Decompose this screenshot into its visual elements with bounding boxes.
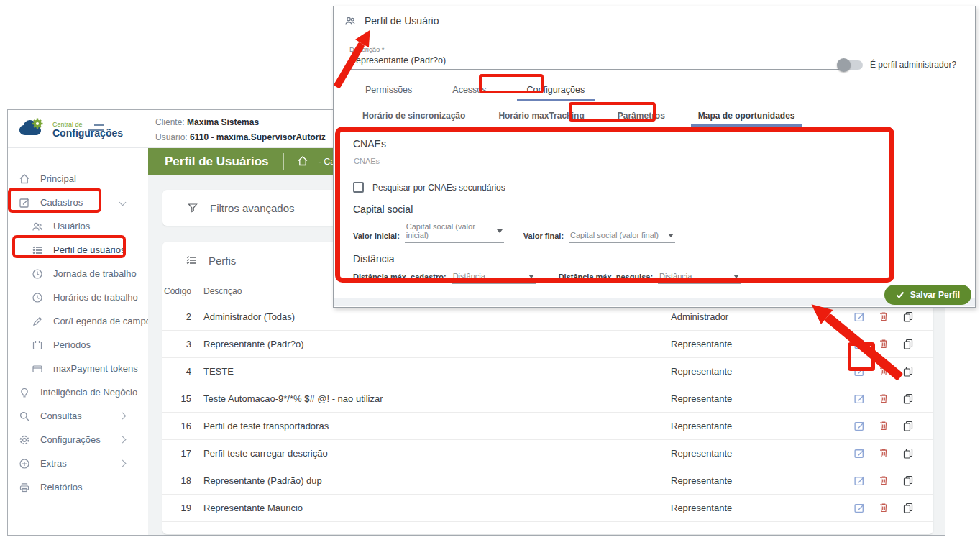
- copy-icon[interactable]: [896, 502, 920, 514]
- sidebar-item-inteligencia-de-negocio[interactable]: Inteligência de Negócio: [8, 380, 148, 404]
- dist-cadastro-select[interactable]: Distância: [452, 272, 536, 284]
- subtab-horario-sincronizacao[interactable]: Horário de sincronização: [355, 106, 472, 127]
- edit-icon[interactable]: [847, 311, 871, 323]
- description-field[interactable]: Descrição * Representante (Padr?o): [349, 45, 844, 70]
- edit-icon[interactable]: [847, 365, 871, 377]
- checkbox[interactable]: [353, 182, 364, 193]
- copy-icon[interactable]: [896, 393, 920, 405]
- sidebar-item-cor-legenda[interactable]: Cor/Legenda de campos: [8, 309, 148, 333]
- sidebar-item-label: Principal: [40, 173, 76, 184]
- dist-pesquisa-select[interactable]: Distância: [658, 272, 741, 284]
- sidebar-item-cadastros[interactable]: Cadastros: [8, 191, 148, 214]
- dialog-title: Perfil de Usuário: [365, 15, 439, 27]
- sidebar-item-jornada-de-trabalho[interactable]: Jornada de trabalho: [8, 262, 148, 285]
- dropdown-caret-icon: [528, 275, 534, 278]
- copy-icon[interactable]: [896, 365, 920, 377]
- sidebar-item-relatorios[interactable]: Relatórios: [8, 475, 148, 499]
- admin-toggle-switch[interactable]: [838, 60, 863, 70]
- save-profile-button[interactable]: Salvar Perfil: [884, 285, 971, 305]
- sidebar-item-configuracoes[interactable]: Configurações: [8, 428, 148, 452]
- titlebar-divider: [283, 153, 284, 170]
- table-row[interactable]: 3 Representante (Padr?o) Representante: [162, 331, 933, 358]
- dist-pesquisa-value: Distância: [659, 272, 692, 280]
- sidebar-item-extras[interactable]: Extras: [8, 452, 148, 475]
- sidebar-item-usuarios[interactable]: Usuários: [8, 214, 148, 238]
- valor-final-select[interactable]: Capital social (valor final): [569, 231, 675, 243]
- delete-icon[interactable]: [871, 502, 896, 514]
- table-row[interactable]: 16 Perfil de teste transportadoras Repre…: [162, 413, 933, 440]
- cell-codigo: 17: [162, 448, 191, 459]
- sidebar-item-horarios-de-trabalho[interactable]: Horários de trabalho: [8, 285, 148, 309]
- delete-icon[interactable]: [871, 420, 896, 432]
- delete-icon[interactable]: [871, 311, 896, 323]
- dialog-header: Perfil de Usuário: [334, 6, 975, 35]
- subtab-mapa-de-oportunidades[interactable]: Mapa de oportunidades: [691, 106, 802, 127]
- menu-toggle-icon[interactable]: [88, 124, 104, 134]
- delete-icon[interactable]: [871, 338, 896, 350]
- edit-icon[interactable]: [847, 338, 871, 350]
- edit-icon[interactable]: [847, 475, 871, 487]
- cell-tipo: Representante: [671, 448, 847, 459]
- copy-icon[interactable]: [896, 475, 920, 487]
- chevron-down-icon: [119, 199, 127, 206]
- edit-icon[interactable]: [847, 393, 871, 405]
- sidebar-item-periodos[interactable]: Períodos: [8, 333, 148, 357]
- tab-acessos[interactable]: Acessos: [442, 80, 496, 101]
- dist-cadastro-value: Distância: [453, 272, 485, 280]
- cell-descricao: TESTE: [203, 366, 671, 377]
- edit-icon[interactable]: [847, 420, 871, 432]
- distancia-heading: Distância: [353, 253, 956, 265]
- copy-icon[interactable]: [896, 447, 920, 459]
- sidebar-item-principal[interactable]: Principal: [8, 167, 148, 191]
- home-icon[interactable]: [297, 155, 308, 169]
- valor-final-label: Valor final:: [523, 232, 564, 243]
- clock-icon: [32, 292, 43, 303]
- cell-tipo: Representante: [671, 393, 847, 404]
- users-icon: [344, 15, 356, 27]
- sidebar-item-perfil-de-usuarios[interactable]: Perfil de usuários: [8, 238, 148, 262]
- tab-permissoes[interactable]: Permissões: [355, 80, 422, 101]
- chevron-right-icon: [119, 413, 127, 420]
- sidebar-item-label: Extras: [40, 458, 67, 469]
- delete-icon[interactable]: [871, 365, 896, 377]
- sidebar-nav: Principal Cadastros Usuários Perfil de u…: [8, 148, 148, 535]
- cell-tipo: Representante: [671, 475, 847, 486]
- cnaes-secondary-checkbox-row: Pesquisar por CNAEs secundários: [353, 182, 956, 193]
- users-icon: [32, 221, 43, 232]
- delete-icon[interactable]: [871, 475, 896, 487]
- subtab-parametros[interactable]: Parâmetros: [610, 106, 672, 127]
- distancia-fields: Distância máx. cadastro: Distância Distâ…: [353, 272, 956, 284]
- edit-icon[interactable]: [847, 447, 871, 459]
- row-actions: [847, 475, 933, 487]
- logo-line1: Central de: [52, 121, 123, 128]
- tab-configuracoes[interactable]: Configurações: [517, 80, 595, 101]
- sidebar-item-maxpayment-tokens[interactable]: maxPayment tokens: [8, 357, 148, 380]
- subtab-horario-maxtracking[interactable]: Horário maxTracking: [491, 106, 591, 127]
- table-row[interactable]: 4 TESTE Representante: [162, 358, 933, 385]
- cell-codigo: 19: [162, 503, 191, 513]
- edit-icon[interactable]: [847, 502, 871, 514]
- filter-funnel-icon: [187, 202, 198, 214]
- cell-descricao: Perfil teste carregar descrição: [203, 448, 671, 459]
- clock-icon: [32, 268, 43, 280]
- copy-icon[interactable]: [896, 338, 920, 350]
- table-row[interactable]: 19 Representante Mauricio Representante: [162, 495, 933, 522]
- cell-tipo: Representante: [671, 366, 847, 377]
- sidebar-item-label: Relatórios: [40, 482, 83, 493]
- copy-icon[interactable]: [896, 311, 920, 323]
- copy-icon[interactable]: [896, 420, 920, 432]
- sidebar-item-consultas[interactable]: Consultas: [8, 404, 148, 428]
- table-row[interactable]: 17 Perfil teste carregar descrição Repre…: [162, 440, 933, 467]
- delete-icon[interactable]: [871, 447, 896, 459]
- cell-descricao: Representante (Padr?o): [203, 339, 671, 349]
- cell-codigo: 15: [162, 393, 191, 404]
- card-icon: [32, 363, 43, 375]
- delete-icon[interactable]: [871, 393, 896, 405]
- row-actions: [847, 365, 933, 377]
- table-row[interactable]: 18 Representante (Padrão) dup Representa…: [162, 467, 933, 495]
- cnaes-input[interactable]: [353, 157, 971, 170]
- list-icon: [32, 244, 43, 256]
- valor-inicial-select[interactable]: Capital social (valor inicial): [405, 222, 504, 243]
- table-row[interactable]: 15 Teste Automacao-9*/*% $# @! - nao uti…: [162, 385, 933, 413]
- cell-descricao: Representante (Padrão) dup: [203, 475, 671, 486]
